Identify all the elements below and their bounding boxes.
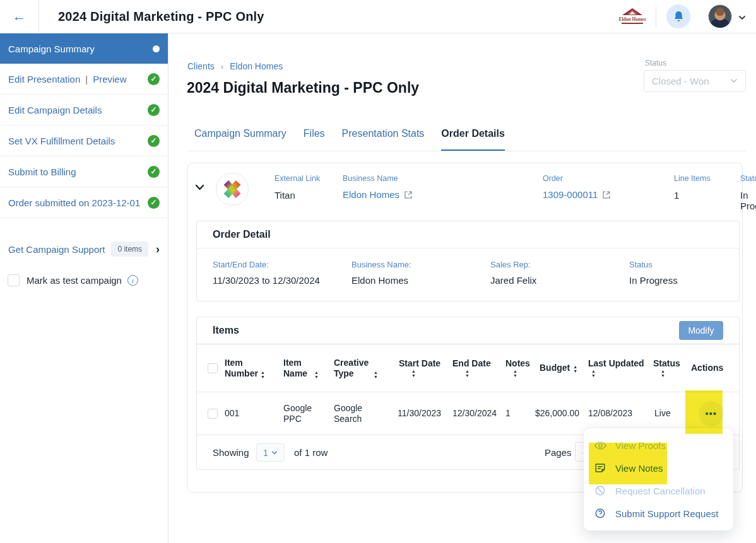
cell-item-number: 001 bbox=[225, 392, 239, 435]
sidebar-item-campaign-summary[interactable]: Campaign Summary bbox=[0, 33, 168, 64]
menu-item-view-notes[interactable]: View Notes bbox=[584, 457, 733, 479]
external-link-icon[interactable] bbox=[602, 190, 611, 199]
sidebar-item-edit-presentation[interactable]: Edit Presentation | Preview bbox=[0, 64, 168, 95]
status-filter-select[interactable]: Closed - Won bbox=[644, 70, 746, 92]
column-budget[interactable]: Budget bbox=[540, 344, 585, 392]
edit-presentation-link[interactable]: Edit Presentation bbox=[8, 74, 80, 85]
column-end-date[interactable]: End Date bbox=[452, 344, 497, 392]
sidebar-active-label: Campaign Summary bbox=[8, 44, 95, 54]
status-detail-field: Status In Progress bbox=[629, 260, 678, 286]
external-link-label: External Link bbox=[275, 174, 320, 183]
cell-start-date: 11/30/2023 bbox=[398, 392, 441, 435]
sort-icon[interactable] bbox=[591, 369, 596, 378]
status-filter-value: Closed - Won bbox=[652, 76, 709, 86]
column-creative-type[interactable]: Creative Type bbox=[334, 344, 382, 392]
items-header: Items Modify bbox=[197, 317, 739, 344]
pages-label: Pages bbox=[545, 447, 572, 458]
sort-icon[interactable] bbox=[411, 369, 416, 378]
field-value: Jared Felix bbox=[490, 275, 629, 286]
status-filter-label: Status bbox=[645, 59, 666, 67]
chevron-right-icon bbox=[156, 243, 160, 256]
sort-icon[interactable] bbox=[573, 365, 577, 373]
column-last-updated[interactable]: Last Updated bbox=[588, 344, 649, 392]
user-avatar[interactable] bbox=[708, 4, 732, 28]
sort-icon[interactable] bbox=[465, 369, 470, 378]
business-name-field: Eldon Homes bbox=[343, 189, 413, 200]
cell-creative-type: Google Search bbox=[334, 392, 370, 435]
tab-presentation-stats[interactable]: Presentation Stats bbox=[342, 128, 425, 151]
sidebar-item-label: Submit to Billing bbox=[8, 166, 76, 177]
sort-icon[interactable] bbox=[513, 369, 517, 378]
modify-button[interactable]: Modify bbox=[679, 321, 723, 340]
collapse-row-chevron-icon[interactable] bbox=[194, 183, 205, 194]
business-name-link[interactable]: Eldon Homes bbox=[343, 189, 399, 200]
sales-rep-field: Sales Rep: Jared Felix bbox=[490, 260, 629, 286]
sidebar-item-order-submitted[interactable]: Order submitted on 2023-12-01 bbox=[0, 187, 168, 218]
showing-label: Showing bbox=[213, 447, 249, 458]
test-campaign-checkbox[interactable] bbox=[8, 274, 20, 286]
sidebar-item-label: Edit Campaign Details bbox=[8, 105, 102, 115]
bell-icon bbox=[673, 10, 685, 23]
tab-order-details[interactable]: Order Details bbox=[441, 128, 504, 151]
sort-icon[interactable] bbox=[314, 370, 319, 379]
row-checkbox[interactable] bbox=[208, 409, 218, 419]
start-end-date-field: Start/End Date: 11/30/2023 to 12/30/2024 bbox=[213, 260, 351, 286]
support-label: Get Campaign Support bbox=[8, 244, 105, 255]
page-size-select[interactable]: 1 bbox=[256, 443, 285, 462]
cell-notes: 1 bbox=[505, 392, 511, 435]
breadcrumb: Clients Eldon Homes bbox=[187, 61, 283, 71]
sidebar-item-set-vx-fulfillment[interactable]: Set VX Fulfillment Details bbox=[0, 126, 168, 156]
sidebar-item-label: Order submitted on 2023-12-01 bbox=[8, 197, 140, 208]
cancel-icon bbox=[594, 485, 606, 496]
sidebar-item-submit-to-billing[interactable]: Submit to Billing bbox=[0, 156, 168, 187]
sort-icon[interactable] bbox=[374, 370, 378, 379]
column-actions: Actions bbox=[691, 344, 731, 392]
tab-campaign-summary[interactable]: Campaign Summary bbox=[194, 128, 286, 151]
get-campaign-support-button[interactable]: Get Campaign Support 0 items bbox=[0, 242, 168, 257]
order-field: 1309-000011 bbox=[543, 189, 611, 200]
notifications-button[interactable] bbox=[666, 4, 690, 28]
active-step-dot-icon bbox=[153, 45, 160, 52]
menu-item-submit-support-request[interactable]: Submit Support Request bbox=[584, 502, 733, 525]
pipe-separator: | bbox=[85, 74, 88, 85]
sidebar-item-edit-campaign-details[interactable]: Edit Campaign Details bbox=[0, 95, 168, 126]
select-all-checkbox[interactable] bbox=[208, 363, 218, 373]
column-item-name[interactable]: Item Name bbox=[283, 344, 329, 392]
field-value: 11/30/2023 to 12/30/2024 bbox=[213, 275, 351, 286]
external-link-icon[interactable] bbox=[404, 190, 413, 199]
column-start-date[interactable]: Start Date bbox=[399, 344, 444, 392]
row-actions-button[interactable] bbox=[699, 401, 724, 426]
breadcrumb-clients-link[interactable]: Clients bbox=[187, 61, 215, 71]
order-detail-header: Order Detail bbox=[197, 221, 739, 248]
client-logo-text: Eldon Homes bbox=[618, 16, 646, 22]
sort-icon[interactable] bbox=[261, 370, 265, 379]
menu-item-request-cancellation: Request Cancellation bbox=[584, 479, 733, 502]
cell-item-name: Google PPC bbox=[283, 392, 319, 435]
check-circle-icon bbox=[148, 104, 160, 116]
menu-item-label: View Notes bbox=[615, 463, 663, 474]
user-menu-chevron-icon[interactable] bbox=[738, 13, 746, 20]
preview-link[interactable]: Preview bbox=[93, 74, 126, 85]
sort-icon[interactable] bbox=[661, 369, 665, 378]
tab-files[interactable]: Files bbox=[304, 128, 325, 151]
top-bar: 2024 Digital Marketing - PPC Only Eldon … bbox=[0, 0, 756, 33]
column-status[interactable]: Status bbox=[653, 344, 688, 392]
field-value: Eldon Homes bbox=[351, 275, 490, 286]
column-notes[interactable]: Notes bbox=[505, 344, 537, 392]
order-label: Order bbox=[543, 174, 563, 183]
breadcrumb-separator-icon bbox=[221, 62, 223, 71]
external-link-value: Titan bbox=[275, 190, 295, 201]
column-item-number[interactable]: Item Number bbox=[225, 344, 269, 392]
notes-icon bbox=[594, 462, 606, 474]
items-title: Items bbox=[213, 325, 239, 336]
order-number-link[interactable]: 1309-000011 bbox=[543, 189, 598, 200]
line-items-value: 1 bbox=[674, 190, 679, 201]
breadcrumb-client-link[interactable]: Eldon Homes bbox=[230, 61, 283, 71]
window-title: 2024 Digital Marketing - PPC Only bbox=[58, 9, 264, 24]
back-button[interactable] bbox=[0, 0, 39, 33]
field-label: Business Name: bbox=[351, 260, 490, 269]
client-logo: Eldon Homes bbox=[618, 7, 647, 26]
info-icon[interactable] bbox=[127, 275, 138, 286]
eye-icon bbox=[594, 441, 606, 450]
test-campaign-row: Mark as test campaign bbox=[0, 274, 168, 286]
